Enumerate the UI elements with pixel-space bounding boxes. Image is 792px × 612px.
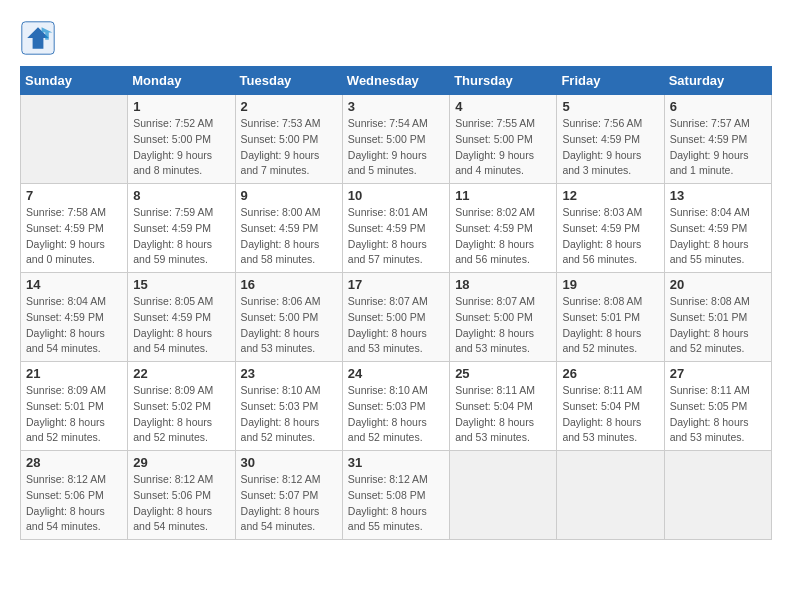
calendar-cell: 27Sunrise: 8:11 AMSunset: 5:05 PMDayligh… [664, 362, 771, 451]
day-info: Sunrise: 8:02 AMSunset: 4:59 PMDaylight:… [455, 205, 551, 268]
header [20, 20, 772, 56]
calendar-cell: 3Sunrise: 7:54 AMSunset: 5:00 PMDaylight… [342, 95, 449, 184]
calendar-cell [21, 95, 128, 184]
calendar-cell: 7Sunrise: 7:58 AMSunset: 4:59 PMDaylight… [21, 184, 128, 273]
day-info: Sunrise: 8:09 AMSunset: 5:01 PMDaylight:… [26, 383, 122, 446]
day-info: Sunrise: 8:04 AMSunset: 4:59 PMDaylight:… [26, 294, 122, 357]
calendar-cell: 6Sunrise: 7:57 AMSunset: 4:59 PMDaylight… [664, 95, 771, 184]
day-info: Sunrise: 8:03 AMSunset: 4:59 PMDaylight:… [562, 205, 658, 268]
logo-icon [20, 20, 56, 56]
weekday-header-tuesday: Tuesday [235, 67, 342, 95]
calendar-cell: 23Sunrise: 8:10 AMSunset: 5:03 PMDayligh… [235, 362, 342, 451]
weekday-header-wednesday: Wednesday [342, 67, 449, 95]
day-info: Sunrise: 8:04 AMSunset: 4:59 PMDaylight:… [670, 205, 766, 268]
day-number: 13 [670, 188, 766, 203]
calendar-cell: 17Sunrise: 8:07 AMSunset: 5:00 PMDayligh… [342, 273, 449, 362]
calendar-cell: 30Sunrise: 8:12 AMSunset: 5:07 PMDayligh… [235, 451, 342, 540]
day-info: Sunrise: 7:56 AMSunset: 4:59 PMDaylight:… [562, 116, 658, 179]
calendar-cell: 14Sunrise: 8:04 AMSunset: 4:59 PMDayligh… [21, 273, 128, 362]
logo [20, 20, 62, 56]
day-number: 19 [562, 277, 658, 292]
day-number: 27 [670, 366, 766, 381]
calendar-cell: 11Sunrise: 8:02 AMSunset: 4:59 PMDayligh… [450, 184, 557, 273]
day-number: 30 [241, 455, 337, 470]
day-number: 9 [241, 188, 337, 203]
calendar-cell: 29Sunrise: 8:12 AMSunset: 5:06 PMDayligh… [128, 451, 235, 540]
day-number: 28 [26, 455, 122, 470]
day-number: 26 [562, 366, 658, 381]
day-number: 18 [455, 277, 551, 292]
day-number: 5 [562, 99, 658, 114]
day-info: Sunrise: 7:53 AMSunset: 5:00 PMDaylight:… [241, 116, 337, 179]
day-number: 25 [455, 366, 551, 381]
day-info: Sunrise: 8:08 AMSunset: 5:01 PMDaylight:… [670, 294, 766, 357]
day-number: 12 [562, 188, 658, 203]
calendar-cell: 16Sunrise: 8:06 AMSunset: 5:00 PMDayligh… [235, 273, 342, 362]
day-info: Sunrise: 8:12 AMSunset: 5:08 PMDaylight:… [348, 472, 444, 535]
day-number: 31 [348, 455, 444, 470]
calendar-cell: 19Sunrise: 8:08 AMSunset: 5:01 PMDayligh… [557, 273, 664, 362]
weekday-header-monday: Monday [128, 67, 235, 95]
calendar-cell: 15Sunrise: 8:05 AMSunset: 4:59 PMDayligh… [128, 273, 235, 362]
day-info: Sunrise: 8:07 AMSunset: 5:00 PMDaylight:… [348, 294, 444, 357]
weekday-header-sunday: Sunday [21, 67, 128, 95]
calendar-cell: 9Sunrise: 8:00 AMSunset: 4:59 PMDaylight… [235, 184, 342, 273]
day-number: 8 [133, 188, 229, 203]
calendar-cell [450, 451, 557, 540]
calendar-week-3: 14Sunrise: 8:04 AMSunset: 4:59 PMDayligh… [21, 273, 772, 362]
day-number: 23 [241, 366, 337, 381]
calendar-cell: 10Sunrise: 8:01 AMSunset: 4:59 PMDayligh… [342, 184, 449, 273]
day-info: Sunrise: 8:11 AMSunset: 5:04 PMDaylight:… [562, 383, 658, 446]
calendar-cell: 8Sunrise: 7:59 AMSunset: 4:59 PMDaylight… [128, 184, 235, 273]
calendar-cell [557, 451, 664, 540]
weekday-header-saturday: Saturday [664, 67, 771, 95]
day-info: Sunrise: 8:09 AMSunset: 5:02 PMDaylight:… [133, 383, 229, 446]
calendar-cell: 21Sunrise: 8:09 AMSunset: 5:01 PMDayligh… [21, 362, 128, 451]
calendar-cell: 5Sunrise: 7:56 AMSunset: 4:59 PMDaylight… [557, 95, 664, 184]
day-number: 10 [348, 188, 444, 203]
day-number: 1 [133, 99, 229, 114]
weekday-header-thursday: Thursday [450, 67, 557, 95]
calendar-header-row: SundayMondayTuesdayWednesdayThursdayFrid… [21, 67, 772, 95]
day-number: 6 [670, 99, 766, 114]
day-number: 20 [670, 277, 766, 292]
day-info: Sunrise: 8:01 AMSunset: 4:59 PMDaylight:… [348, 205, 444, 268]
day-info: Sunrise: 7:58 AMSunset: 4:59 PMDaylight:… [26, 205, 122, 268]
day-number: 2 [241, 99, 337, 114]
day-number: 14 [26, 277, 122, 292]
day-info: Sunrise: 7:57 AMSunset: 4:59 PMDaylight:… [670, 116, 766, 179]
day-info: Sunrise: 8:08 AMSunset: 5:01 PMDaylight:… [562, 294, 658, 357]
day-number: 3 [348, 99, 444, 114]
day-info: Sunrise: 8:10 AMSunset: 5:03 PMDaylight:… [241, 383, 337, 446]
day-info: Sunrise: 7:55 AMSunset: 5:00 PMDaylight:… [455, 116, 551, 179]
day-info: Sunrise: 8:00 AMSunset: 4:59 PMDaylight:… [241, 205, 337, 268]
day-info: Sunrise: 8:11 AMSunset: 5:04 PMDaylight:… [455, 383, 551, 446]
day-info: Sunrise: 8:06 AMSunset: 5:00 PMDaylight:… [241, 294, 337, 357]
day-number: 16 [241, 277, 337, 292]
weekday-header-friday: Friday [557, 67, 664, 95]
day-info: Sunrise: 7:52 AMSunset: 5:00 PMDaylight:… [133, 116, 229, 179]
calendar-cell: 22Sunrise: 8:09 AMSunset: 5:02 PMDayligh… [128, 362, 235, 451]
calendar-week-1: 1Sunrise: 7:52 AMSunset: 5:00 PMDaylight… [21, 95, 772, 184]
day-number: 7 [26, 188, 122, 203]
day-number: 24 [348, 366, 444, 381]
calendar-cell: 24Sunrise: 8:10 AMSunset: 5:03 PMDayligh… [342, 362, 449, 451]
calendar-cell: 31Sunrise: 8:12 AMSunset: 5:08 PMDayligh… [342, 451, 449, 540]
calendar-week-5: 28Sunrise: 8:12 AMSunset: 5:06 PMDayligh… [21, 451, 772, 540]
day-number: 4 [455, 99, 551, 114]
day-info: Sunrise: 7:54 AMSunset: 5:00 PMDaylight:… [348, 116, 444, 179]
day-number: 15 [133, 277, 229, 292]
day-info: Sunrise: 8:05 AMSunset: 4:59 PMDaylight:… [133, 294, 229, 357]
calendar: SundayMondayTuesdayWednesdayThursdayFrid… [20, 66, 772, 540]
day-number: 17 [348, 277, 444, 292]
calendar-cell [664, 451, 771, 540]
calendar-cell: 18Sunrise: 8:07 AMSunset: 5:00 PMDayligh… [450, 273, 557, 362]
day-info: Sunrise: 8:12 AMSunset: 5:07 PMDaylight:… [241, 472, 337, 535]
day-info: Sunrise: 8:11 AMSunset: 5:05 PMDaylight:… [670, 383, 766, 446]
calendar-cell: 26Sunrise: 8:11 AMSunset: 5:04 PMDayligh… [557, 362, 664, 451]
calendar-week-2: 7Sunrise: 7:58 AMSunset: 4:59 PMDaylight… [21, 184, 772, 273]
calendar-cell: 20Sunrise: 8:08 AMSunset: 5:01 PMDayligh… [664, 273, 771, 362]
calendar-cell: 12Sunrise: 8:03 AMSunset: 4:59 PMDayligh… [557, 184, 664, 273]
calendar-cell: 25Sunrise: 8:11 AMSunset: 5:04 PMDayligh… [450, 362, 557, 451]
day-info: Sunrise: 8:12 AMSunset: 5:06 PMDaylight:… [133, 472, 229, 535]
